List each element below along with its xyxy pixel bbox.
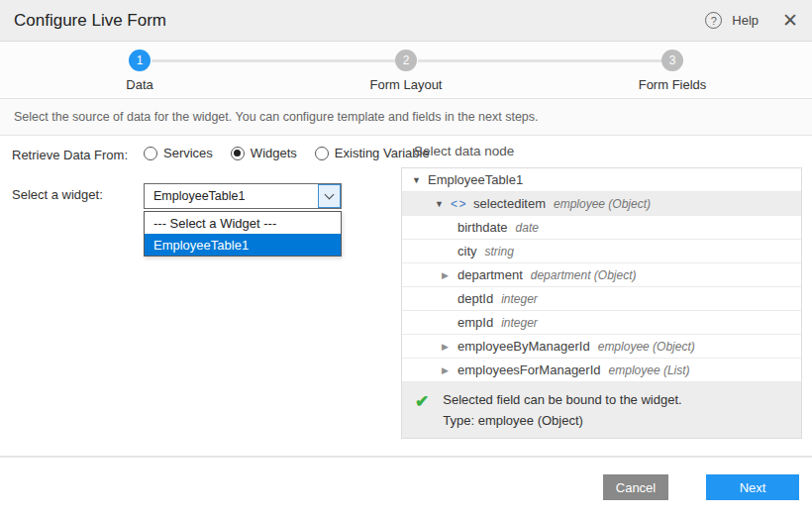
- page-title: Configure Live Form: [14, 11, 166, 31]
- chevron-down-icon: [325, 190, 335, 200]
- description-text: Select the source of data for the widget…: [0, 99, 812, 136]
- node-name: employeeByManagerId: [457, 339, 590, 354]
- data-node-tree: ▼ EmployeeTable1 ▼ <> selecteditem emplo…: [401, 167, 802, 439]
- tree-node-city[interactable]: city string: [402, 240, 801, 263]
- radio-circle-checked-icon: [231, 147, 245, 160]
- dropdown-option-employeetable1[interactable]: EmployeeTable1: [145, 234, 341, 256]
- header-actions: ? Help ✕: [705, 11, 798, 30]
- caret-down-icon[interactable]: ▼: [435, 199, 451, 209]
- tree-node-empid[interactable]: empId integer: [402, 311, 801, 335]
- node-name: deptId: [457, 291, 493, 306]
- step-number-badge: 1: [129, 50, 151, 71]
- radio-label: Widgets: [251, 146, 297, 160]
- node-name: department: [457, 267, 523, 282]
- dropdown-option-placeholder[interactable]: --- Select a Widget ---: [145, 212, 341, 234]
- radio-circle-icon: [315, 147, 329, 160]
- retrieve-source-radio-group: Services Widgets Existing Variable: [144, 146, 430, 160]
- status-line2: Type: employee (Object): [443, 413, 681, 428]
- radio-widgets[interactable]: Widgets: [231, 146, 297, 160]
- tree-node-birthdate[interactable]: birthdate date: [402, 216, 801, 240]
- check-icon: ✔: [415, 392, 429, 428]
- node-type: integer: [501, 292, 538, 306]
- main-content: Retrieve Data From: Services Widgets Exi…: [0, 136, 812, 454]
- radio-services[interactable]: Services: [144, 146, 213, 160]
- cancel-button[interactable]: Cancel: [603, 474, 668, 500]
- tree-node-department[interactable]: ▶ department department (Object): [402, 263, 801, 287]
- step-label: Form Fields: [613, 77, 732, 92]
- node-name: employeesForManagerId: [457, 362, 601, 377]
- node-name: empId: [457, 315, 493, 330]
- tree-node-selecteditem[interactable]: ▼ <> selecteditem employee (Object): [402, 192, 801, 216]
- widget-select[interactable]: EmployeeTable1: [144, 183, 342, 209]
- node-type: employee (Object): [598, 340, 695, 354]
- widget-select-value: EmployeeTable1: [145, 184, 318, 208]
- node-name: city: [457, 244, 477, 258]
- close-icon[interactable]: ✕: [782, 11, 798, 30]
- dialog-header: Configure Live Form ? Help ✕: [0, 0, 812, 42]
- radio-circle-icon: [144, 147, 157, 160]
- node-name: EmployeeTable1: [428, 172, 523, 187]
- step-label: Form Layout: [347, 77, 465, 92]
- node-type: employee (List): [609, 363, 690, 377]
- node-name: selecteditem: [473, 196, 546, 211]
- select-data-node-title: Select data node: [414, 144, 802, 158]
- node-type: string: [485, 245, 514, 258]
- caret-right-icon[interactable]: ▶: [442, 342, 457, 352]
- status-text: Selected field can be bound to the widge…: [443, 392, 681, 428]
- caret-right-icon[interactable]: ▶: [442, 270, 457, 280]
- binding-status-message: ✔ Selected field can be bound to the wid…: [402, 382, 801, 438]
- node-type: date: [516, 221, 539, 235]
- step-form-fields[interactable]: 3 Form Fields: [613, 50, 732, 92]
- wizard-stepper: 1 Data 2 Form Layout 3 Form Fields: [0, 42, 812, 99]
- widget-dropdown-list: --- Select a Widget --- EmployeeTable1: [144, 211, 342, 257]
- node-type: department (Object): [531, 268, 637, 282]
- help-link[interactable]: Help: [732, 13, 759, 28]
- node-type: integer: [501, 316, 538, 330]
- tree-node-employeebymanagerid[interactable]: ▶ employeeByManagerId employee (Object): [402, 335, 801, 359]
- caret-down-icon[interactable]: ▼: [412, 175, 428, 185]
- status-line1: Selected field can be bound to the widge…: [443, 392, 681, 407]
- radio-label: Services: [163, 146, 213, 160]
- node-type: employee (Object): [554, 197, 651, 211]
- step-label: Data: [80, 77, 199, 92]
- tree-node-employeesformanagerid[interactable]: ▶ employeesForManagerId employee (List): [402, 359, 801, 382]
- step-number-badge: 2: [395, 50, 417, 71]
- configure-live-form-dialog: Configure Live Form ? Help ✕ 1 Data 2 Fo…: [0, 0, 812, 517]
- dialog-footer: Cancel Next: [0, 456, 812, 517]
- next-button[interactable]: Next: [706, 474, 799, 500]
- node-name: birthdate: [457, 220, 508, 235]
- caret-right-icon[interactable]: ▶: [442, 365, 457, 375]
- retrieve-data-from-label: Retrieve Data From:: [12, 148, 128, 162]
- select-dropdown-button[interactable]: [318, 184, 341, 208]
- tree-node-deptid[interactable]: deptId integer: [402, 287, 801, 311]
- tree-node-employeetable1[interactable]: ▼ EmployeeTable1: [402, 168, 801, 192]
- help-icon[interactable]: ?: [705, 12, 722, 29]
- step-number-badge: 3: [661, 50, 683, 71]
- code-icon: <>: [451, 197, 467, 211]
- step-form-layout[interactable]: 2 Form Layout: [347, 50, 465, 92]
- select-data-node-panel: Select data node ▼ EmployeeTable1 ▼ <> s…: [401, 136, 802, 439]
- select-widget-label: Select a widget:: [12, 187, 103, 202]
- step-data[interactable]: 1 Data: [80, 50, 199, 92]
